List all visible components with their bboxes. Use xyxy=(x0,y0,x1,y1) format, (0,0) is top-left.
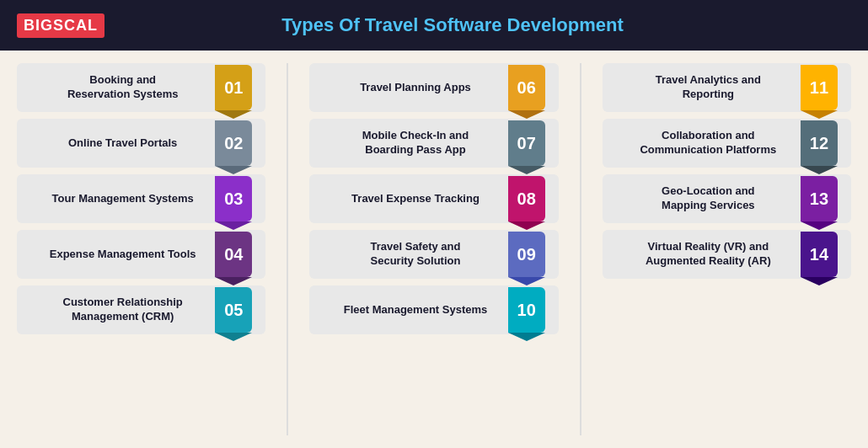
number-item-06: 06 xyxy=(508,65,545,110)
number-item-07: 07 xyxy=(508,120,545,166)
column-3: Travel Analytics andReporting11Collabora… xyxy=(603,63,851,435)
logo: BIGSCAL xyxy=(17,13,104,38)
card-item-07: Mobile Check-In andBoarding Pass App07 xyxy=(309,119,558,168)
number-item-09: 09 xyxy=(508,232,545,277)
card-item-09: Travel Safety andSecurity Solution09 xyxy=(309,230,558,279)
divider-2 xyxy=(580,63,581,435)
number-item-08: 08 xyxy=(508,176,545,221)
label-item-01: Booking andReservation Systems xyxy=(17,73,215,102)
label-item-08: Travel Expense Tracking xyxy=(309,192,507,206)
card-item-08: Travel Expense Tracking08 xyxy=(309,174,558,223)
title-start: Types Of xyxy=(281,14,365,35)
label-item-14: Virtual Reality (VR) andAugmented Realit… xyxy=(603,240,801,269)
label-item-06: Travel Planning Apps xyxy=(309,81,507,95)
label-item-05: Customer RelationshipManagement (CRM) xyxy=(17,296,215,324)
number-item-13: 13 xyxy=(801,176,838,221)
label-item-04: Expense Management Tools xyxy=(17,248,215,262)
number-item-02: 02 xyxy=(215,120,252,166)
card-item-13: Geo-Location andMapping Services13 xyxy=(603,174,851,223)
label-item-02: Online Travel Portals xyxy=(17,136,215,151)
label-item-09: Travel Safety andSecurity Solution xyxy=(309,240,507,269)
label-item-11: Travel Analytics andReporting xyxy=(603,73,801,102)
number-item-11: 11 xyxy=(801,65,838,110)
main-content: Booking andReservation Systems01Online T… xyxy=(0,51,868,448)
label-item-07: Mobile Check-In andBoarding Pass App xyxy=(309,129,507,157)
column-2: Travel Planning Apps06Mobile Check-In an… xyxy=(309,63,558,435)
column-1: Booking andReservation Systems01Online T… xyxy=(17,63,265,435)
card-item-11: Travel Analytics andReporting11 xyxy=(603,63,851,112)
card-item-04: Expense Management Tools04 xyxy=(17,230,265,279)
number-item-05: 05 xyxy=(215,287,252,333)
card-item-02: Online Travel Portals02 xyxy=(17,119,265,168)
label-item-03: Tour Management Systems xyxy=(17,192,215,206)
card-item-06: Travel Planning Apps06 xyxy=(309,63,558,112)
card-item-03: Tour Management Systems03 xyxy=(17,174,265,223)
label-item-12: Collaboration andCommunication Platforms xyxy=(603,129,801,157)
number-item-01: 01 xyxy=(215,65,252,110)
divider-1 xyxy=(287,63,288,435)
title-highlight: Travel Software xyxy=(365,14,502,35)
number-item-03: 03 xyxy=(215,176,252,221)
header: BIGSCAL Types Of Travel Software Develop… xyxy=(0,0,868,51)
number-item-14: 14 xyxy=(801,232,838,277)
card-item-14: Virtual Reality (VR) andAugmented Realit… xyxy=(603,230,851,279)
title-end: Development xyxy=(502,14,624,35)
number-item-12: 12 xyxy=(801,120,838,166)
card-item-05: Customer RelationshipManagement (CRM)05 xyxy=(17,285,265,334)
card-item-12: Collaboration andCommunication Platforms… xyxy=(603,119,851,168)
page-title: Types Of Travel Software Development xyxy=(121,14,784,36)
card-item-01: Booking andReservation Systems01 xyxy=(17,63,265,112)
number-item-04: 04 xyxy=(215,232,252,277)
number-item-10: 10 xyxy=(508,287,545,333)
label-item-13: Geo-Location andMapping Services xyxy=(603,184,801,213)
card-item-10: Fleet Management Systems10 xyxy=(309,285,558,334)
label-item-10: Fleet Management Systems xyxy=(309,303,507,317)
